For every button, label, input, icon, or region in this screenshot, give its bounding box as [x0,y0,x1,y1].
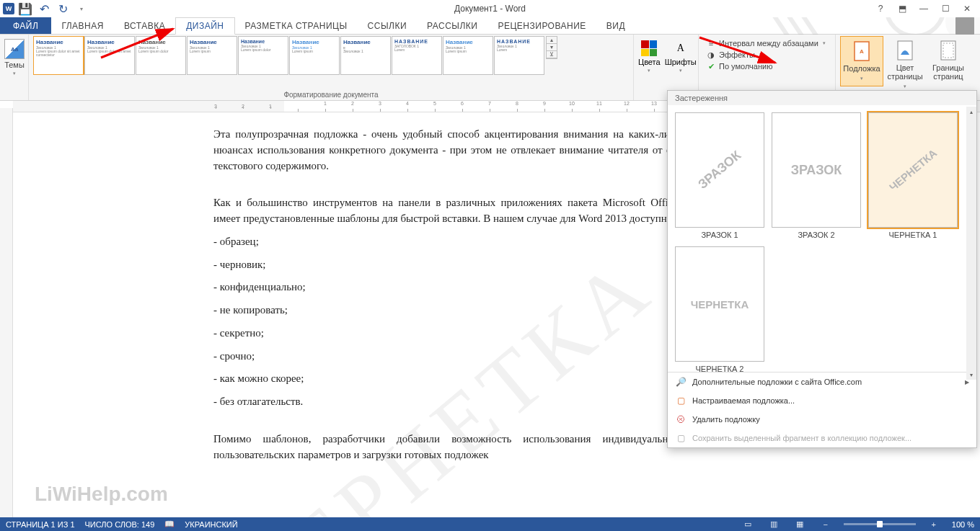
themes-button[interactable]: Aa Темы ▾ [4,36,25,76]
style-thumb[interactable]: НазваниеЗаголовок 1Lorem ipsum [187,36,237,75]
svg-text:A: A [860,48,864,55]
spell-check-icon[interactable]: 📖 [164,519,175,529]
redo-button[interactable]: ↻ [55,1,71,17]
set-default-button[interactable]: ✔По умолчанию [703,61,775,72]
status-bar: СТРАНИЦА 1 ИЗ 1 ЧИСЛО СЛОВ: 149 📖 УКРАИН… [0,517,980,531]
maximize-button[interactable]: ☐ [935,1,955,16]
tab-review[interactable]: РЕЦЕНЗИРОВАНИЕ [487,17,596,34]
style-thumb[interactable]: НазваниеЗаголовок 1Lorem ipsum dolor sit… [33,36,84,75]
watermark-icon: A [850,40,873,63]
spacing-icon: ≡ [706,38,716,48]
paragraph: Как и большинство инструментов на панели… [213,195,681,227]
save-selection-icon: ▢ [675,432,687,444]
minimize-button[interactable]: — [914,1,934,16]
tab-mailings[interactable]: РАССЫЛКИ [417,17,487,34]
colors-icon [641,40,657,56]
vertical-ruler[interactable] [0,108,13,517]
word-count[interactable]: ЧИСЛО СЛОВ: 149 [85,520,155,529]
list-item: - образец; [213,234,681,250]
colors-button[interactable]: Цвета ▾ [638,40,661,73]
watermark-button[interactable]: A Подложка ▾ [840,36,883,86]
zoom-level[interactable]: 100 % [952,520,974,529]
undo-icon: ↶ [40,2,49,16]
zoom-out-button[interactable]: − [818,519,834,530]
gallery-more[interactable]: ⊻ [547,51,557,58]
language-indicator[interactable]: УКРАИНСКИЙ [185,520,237,529]
office-icon: 🔎 [675,376,687,388]
style-thumb[interactable]: НазваниеЗаголовок 1Lorem ipsum dolor [238,36,288,75]
page-color-icon [893,39,917,62]
read-mode-button[interactable]: ▭ [740,519,756,530]
tab-view[interactable]: ВИД [596,17,635,34]
page-indicator[interactable]: СТРАНИЦА 1 ИЗ 1 [6,520,75,529]
list-item: - как можно скорее; [213,371,681,387]
page-icon: ▢ [675,395,687,406]
tab-design[interactable]: ДИЗАЙН [175,17,234,35]
dropdown-scrollbar[interactable]: ▴ ▾ [966,107,976,380]
tab-insert[interactable]: ВСТАВКА [114,17,175,34]
gallery-scroll: ▴ ▾ ⊻ [546,36,557,59]
title-bar: W 💾 ↶ ↻ ▾ Документ1 - Word ? ⬒ — ☐ ✕ [0,0,980,17]
ribbon-display-button[interactable]: ⬒ [892,1,912,16]
list-item: - без отлагательств. [213,394,681,410]
page-borders-button[interactable]: Границы страниц [927,36,970,84]
custom-watermark[interactable]: ▢Настраиваемая подложка... [668,391,976,410]
gallery-up[interactable]: ▴ [547,37,557,44]
save-button[interactable]: 💾 [17,1,33,17]
style-thumb[interactable]: НАЗВАНИЕЗаголовок 1Lorem [392,36,442,75]
page-color-button[interactable]: Цвет страницы ▾ [883,36,927,94]
watermark-option[interactable]: ЧЕРНЕТКА ЧЕРНЕТКА 2 [675,246,764,372]
tab-references[interactable]: ССЫЛКИ [358,17,417,34]
themes-icon: Aa [4,39,25,59]
page-borders-icon [937,39,960,62]
paragraph: Эта полупрозрачная подложка - очень удоб… [213,127,681,174]
style-thumb[interactable]: НазваниеЗаголовок 1Lorem ipsum dolor [136,36,186,75]
save-watermark-selection: ▢Сохранить выделенный фрагмент в коллекц… [668,429,976,447]
fonts-icon: A [673,40,689,56]
scroll-down[interactable]: ▾ [966,370,976,380]
style-thumb[interactable]: НазваниееЗаголовок 1 [340,36,391,75]
fonts-button[interactable]: A Шрифты ▾ [665,40,697,73]
style-thumb[interactable]: НАЗВАНИЕЗаголовок 1Lorem [494,36,544,75]
site-watermark: LiWiHelp.com [35,483,168,506]
qat-customize[interactable]: ▾ [74,1,89,17]
save-icon: 💾 [18,2,32,16]
document-page[interactable]: ЧЕРНЕТКА Эта полупрозрачная подложка - о… [202,112,692,517]
close-button[interactable]: ✕ [957,1,977,16]
help-button[interactable]: ? [870,1,891,16]
document-formatting-gallery[interactable]: НазваниеЗаголовок 1Lorem ipsum dolor sit… [33,36,544,75]
tab-file[interactable]: ФАЙЛ [0,17,51,34]
list-item: - срочно; [213,349,681,365]
redo-icon: ↻ [58,2,68,16]
style-thumb[interactable]: НазваниеЗаголовок 1Lorem ipsum [443,36,493,75]
list-item: - черновик; [213,257,681,273]
scroll-up[interactable]: ▴ [966,107,976,117]
effects-icon: ◑ [706,50,716,60]
watermark-option[interactable]: ЗРАЗОК ЗРАЗОК 1 [675,112,764,239]
watermark-gallery: ЗРАЗОК ЗРАЗОК 1 ЗРАЗОК ЗРАЗОК 2 ЧЕРНЕТКА… [668,105,976,372]
undo-button[interactable]: ↶ [36,1,52,17]
style-thumb[interactable]: НазваниеЗаголовок 1Lorem ipsum [289,36,340,75]
gallery-down[interactable]: ▾ [547,44,557,51]
more-watermarks-office[interactable]: 🔎Дополнительные подложки с сайта Office.… [668,372,976,391]
zoom-slider[interactable] [844,523,916,525]
ribbon-tabs: ФАЙЛ ГЛАВНАЯ ВСТАВКА ДИЗАЙН РАЗМЕТКА СТР… [0,17,980,35]
style-thumb[interactable]: НазваниеЗаголовок 1Lorem ipsum dolor sit… [84,36,135,75]
watermark-option[interactable]: ЗРАЗОК ЗРАЗОК 2 [772,112,861,239]
user-avatar[interactable] [955,17,974,35]
tab-home[interactable]: ГЛАВНАЯ [51,17,114,34]
print-layout-button[interactable]: ▥ [766,519,782,530]
list-item: - секретно; [213,326,681,342]
web-layout-button[interactable]: ▦ [792,519,808,530]
paragraph-spacing-button[interactable]: ≡Интервал между абзацами▾ [703,37,829,49]
effects-button[interactable]: ◑Эффекты▾ [703,49,765,61]
tab-layout[interactable]: РАЗМЕТКА СТРАНИЦЫ [235,17,358,34]
window-title: Документ1 - Word [454,4,526,14]
zoom-in-button[interactable]: + [926,519,942,530]
check-icon: ✔ [706,61,716,71]
list-item: - не копировать; [213,303,681,318]
dropdown-header: Застереження [668,91,976,105]
watermark-option[interactable]: ЧЕРНЕТКА ЧЕРНЕТКА 1 [868,112,958,239]
remove-watermark[interactable]: ⮾Удалить подложку [668,410,976,429]
list-item: - конфиденциально; [213,280,681,295]
